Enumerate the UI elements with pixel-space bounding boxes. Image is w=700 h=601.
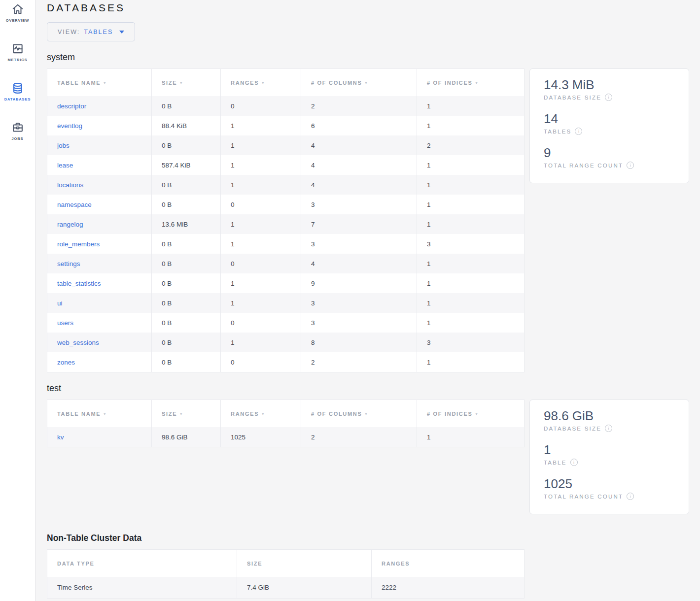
table-name-link[interactable]: ui [57,300,63,307]
info-icon[interactable]: i [575,128,582,135]
cell-value: 1 [231,122,235,130]
non-table-data-table: DATA TYPE SIZE RANGES Time Series7.4 GiB… [47,549,525,599]
cell-value: 8 [311,339,315,346]
column-header-columns[interactable]: # OF COLUMNS▾ [301,69,417,97]
table-cell: 1 [417,155,525,175]
cell-value: 1 [231,142,235,149]
table-cell: 0 B [152,273,221,293]
table-cell: table_statistics [47,273,152,293]
table-cell: 1 [221,135,301,155]
table-name-link[interactable]: locations [57,181,83,189]
cell-value: 1 [231,339,235,346]
table-name-link[interactable]: jobs [57,142,70,149]
table-cell: 0 B [152,195,221,214]
cell-value: 0 B [162,280,172,287]
table-row: kv98.6 GiB102521 [47,427,525,447]
table-cell: ui [47,293,152,313]
table-name-link[interactable]: lease [57,162,73,169]
column-header-ranges[interactable]: RANGES▾ [221,400,301,428]
cell-value: 3 [427,240,431,248]
view-selector-button[interactable]: VIEW: TABLES [47,22,135,41]
cell-value: 0 B [162,260,172,267]
sidebar-item-databases[interactable]: DATABASES [0,82,35,110]
column-header-columns[interactable]: # OF COLUMNS▾ [301,400,417,428]
cell-value: 1 [427,221,431,228]
cell-value: 1 [427,102,431,110]
table-cell: 0 B [152,234,221,254]
table-row: locations0 B141 [47,175,525,195]
table-row: ui0 B131 [47,293,525,313]
column-header-indices[interactable]: # OF INDICES▾ [417,69,525,97]
table-cell: 1 [417,195,525,214]
table-row: table_statistics0 B191 [47,273,525,293]
cell-value: 1 [427,181,431,189]
table-cell: 1 [221,234,301,254]
cell-value: 3 [427,339,431,346]
stat-total-range-count: 9 TOTAL RANGE COUNT i [544,145,680,169]
table-cell: 0 B [152,293,221,313]
table-name-link[interactable]: rangelog [57,221,83,228]
stat-total-range-count: 1025 TOTAL RANGE COUNT i [544,476,680,500]
table-row: lease587.4 KiB141 [47,155,525,175]
cell-value: 13.6 MiB [162,221,188,228]
cell-value: 3 [311,240,315,248]
table-name-link[interactable]: table_statistics [57,280,101,287]
table-cell: Time Series [47,577,237,599]
cell-value: 1 [231,240,235,248]
table-cell: 2222 [372,577,525,599]
cell-value: 1 [231,300,235,307]
table-cell: lease [47,155,152,175]
table-name-link[interactable]: role_members [57,240,100,248]
info-icon[interactable]: i [627,162,634,169]
cell-value: 2 [427,142,431,149]
cell-value: 1 [427,201,431,208]
column-header-size[interactable]: SIZE▾ [152,400,221,428]
table-cell: jobs [47,135,152,155]
sort-arrow-icon: ▾ [180,81,183,85]
column-header-indices[interactable]: # OF INDICES▾ [417,400,525,428]
table-name-link[interactable]: kv [57,434,64,441]
info-icon[interactable]: i [570,459,578,466]
cell-value: 1 [427,260,431,267]
table-cell: 3 [301,234,417,254]
cell-value: 0 [231,359,235,366]
table-cell: 3 [301,313,417,333]
table-name-link[interactable]: descriptor [57,102,86,110]
sidebar-item-label: DATABASES [4,97,31,101]
table-cell: 9 [301,273,417,293]
table-cell: 2 [301,427,417,447]
test-section: TABLE NAME▾ SIZE▾ RANGES▾ # OF COLUMNS▾ … [47,400,700,514]
table-cell: 1 [417,293,525,313]
column-header-ranges[interactable]: RANGES▾ [221,69,301,97]
column-header-size[interactable]: SIZE▾ [152,69,221,97]
table-cell: 4 [301,175,417,195]
stat-value: 1025 [544,476,680,492]
column-header-table-name[interactable]: TABLE NAME▾ [47,69,152,97]
system-section: TABLE NAME▾ SIZE▾ RANGES▾ # OF COLUMNS▾ … [47,68,700,372]
table-cell: 0 [221,195,301,214]
table-name-link[interactable]: settings [57,260,80,267]
table-name-link[interactable]: eventlog [57,122,82,130]
cell-value: 0 B [162,359,172,366]
table-name-link[interactable]: web_sessions [57,339,99,346]
table-cell: 3 [301,195,417,214]
stat-label: TABLES [544,129,571,134]
table-cell: 88.4 KiB [152,116,221,135]
info-icon[interactable]: i [605,425,612,432]
sort-arrow-icon: ▾ [476,412,479,416]
section-title-test: test [47,383,700,394]
table-name-link[interactable]: namespace [57,201,92,208]
info-icon[interactable]: i [627,493,634,500]
column-header-table-name[interactable]: TABLE NAME▾ [47,400,152,428]
sidebar-item-jobs[interactable]: JOBS [0,121,35,150]
table-cell: 1 [221,293,301,313]
cell-value: 1 [427,162,431,169]
sidebar-item-metrics[interactable]: METRICS [0,42,35,71]
info-icon[interactable]: i [605,94,612,101]
sidebar-item-overview[interactable]: OVERVIEW [0,3,35,32]
table-name-link[interactable]: zones [57,359,75,366]
table-name-link[interactable]: users [57,319,73,327]
table-cell: 7.4 GiB [237,577,372,599]
table-cell: 3 [417,234,525,254]
stat-value: 1 [544,442,680,458]
